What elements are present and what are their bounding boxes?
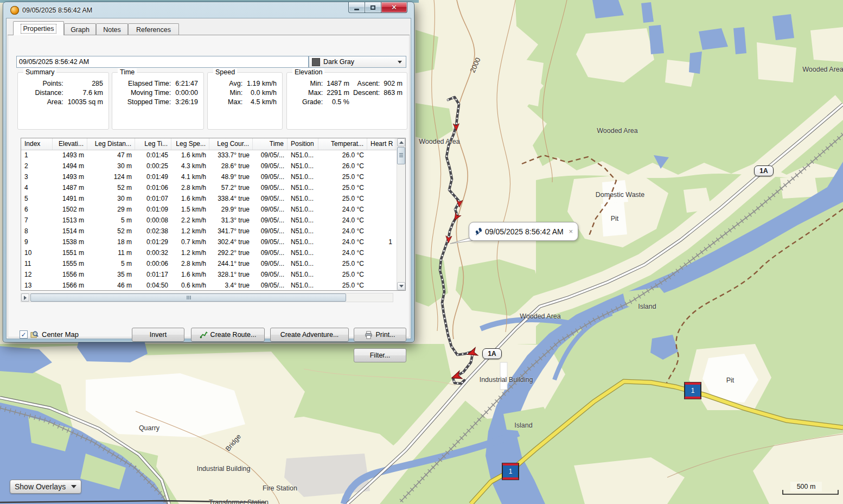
vertical-scroll-thumb[interactable]	[397, 147, 405, 164]
table-cell: 5 m	[87, 215, 135, 226]
table-cell: 328.1° true	[209, 269, 253, 280]
column-header[interactable]: Elevati...	[53, 138, 87, 150]
table-row[interactable]: 51491 m30 m0:01:071.6 km/h338.4° true09/…	[21, 193, 397, 204]
column-header[interactable]: Time	[253, 138, 288, 150]
table-cell: 09/05/...	[253, 161, 288, 171]
table-cell: 25.0 °C	[318, 258, 367, 269]
tab-properties[interactable]: Properties	[13, 21, 64, 35]
table-cell: 1502 m	[53, 204, 87, 215]
table-row[interactable]: 131566 m46 m0:04:500.6 km/h3.4° true09/0…	[21, 280, 397, 290]
table-cell: 0:01:09	[135, 204, 171, 215]
table-row[interactable]: 61502 m29 m0:01:091.5 km/h29.9° true09/0…	[21, 204, 397, 215]
table-cell	[367, 171, 395, 182]
table-cell: 25.0 °C	[318, 182, 367, 193]
table-row[interactable]: 111555 m5 m0:00:062.8 km/h244.1° true09/…	[21, 258, 397, 269]
table-cell	[367, 247, 395, 258]
table-row[interactable]: 31493 m124 m0:01:494.1 km/h48.9° true09/…	[21, 171, 397, 182]
window-titlebar[interactable]: 09/05/2025 8:56:42 AM ✕	[3, 2, 414, 18]
show-overlays-dropdown[interactable]: Show Overlays	[10, 480, 81, 494]
column-header[interactable]: Leg Spe...	[171, 138, 209, 150]
tab-references[interactable]: References	[128, 23, 179, 35]
table-cell: 25.0 °C	[318, 269, 367, 280]
table-cell: 09/05/...	[253, 215, 288, 226]
route-icon	[200, 331, 208, 339]
summary-group: Summary Points:285 Distance:7.6 km Area:…	[17, 72, 109, 130]
horizontal-scrollbar[interactable]	[21, 293, 393, 302]
table-row[interactable]: 21494 m30 m0:00:254.3 km/h28.6° true09/0…	[21, 161, 397, 171]
column-header[interactable]: Temperat...	[318, 138, 367, 150]
road-badge-1: 1	[685, 382, 701, 399]
track-points-table[interactable]: IndexElevati...Leg Distan...Leg Ti...Leg…	[21, 138, 406, 291]
table-cell: N51.0...	[288, 161, 318, 171]
minimize-button[interactable]	[348, 2, 365, 13]
window-body: PropertiesGraphNotesReferences Dark Gray…	[6, 18, 411, 339]
map-label: Island	[514, 422, 532, 429]
table-cell: 1551 m	[53, 247, 87, 258]
column-header[interactable]: Leg Ti...	[135, 138, 171, 150]
table-header[interactable]: IndexElevati...Leg Distan...Leg Ti...Leg…	[21, 138, 405, 150]
table-cell: 26.0 °C	[318, 161, 367, 171]
scroll-right-button[interactable]	[21, 294, 29, 302]
table-row[interactable]: 41487 m52 m0:01:062.8 km/h57.2° true09/0…	[21, 182, 397, 193]
table-row[interactable]: 101551 m11 m0:00:321.2 km/h292.2° true09…	[21, 247, 397, 258]
table-cell: 0:00:08	[135, 215, 171, 226]
table-cell: 1.2 km/h	[171, 247, 209, 258]
table-row[interactable]: 71513 m5 m0:00:082.2 km/h31.3° true09/05…	[21, 215, 397, 226]
column-header[interactable]: Position	[288, 138, 318, 150]
track-name-input[interactable]	[16, 56, 309, 68]
table-cell: 09/05/...	[253, 280, 288, 290]
table-cell: 30 m	[87, 193, 135, 204]
maximize-button[interactable]	[365, 2, 381, 13]
table-cell	[367, 226, 395, 237]
scroll-up-button[interactable]	[397, 138, 405, 146]
horizontal-scroll-thumb[interactable]	[30, 294, 346, 302]
table-cell: 09/05/...	[253, 193, 288, 204]
close-button[interactable]: ✕	[381, 2, 407, 13]
column-header[interactable]: Leg Distan...	[87, 138, 135, 150]
vertical-scrollbar[interactable]	[397, 138, 405, 290]
table-row[interactable]: 11493 m47 m0:01:451.6 km/h333.7° true09/…	[21, 150, 397, 161]
maximize-icon	[371, 5, 375, 10]
footprints-icon	[475, 227, 483, 235]
column-header[interactable]: Leg Cour...	[209, 138, 253, 150]
table-cell: 1491 m	[53, 193, 87, 204]
table-cell: 25.0 °C	[318, 171, 367, 182]
map-label: Wooded Area	[520, 312, 561, 320]
create-route-button[interactable]: Create Route...	[191, 328, 265, 342]
invert-button[interactable]: Invert	[132, 328, 184, 342]
table-cell: 09/05/...	[253, 237, 288, 247]
table-cell: 24.0 °C	[318, 247, 367, 258]
table-cell: 3.4° true	[209, 280, 253, 290]
table-cell: 11 m	[87, 247, 135, 258]
column-header[interactable]: Heart R	[367, 138, 395, 150]
table-cell: 28.6° true	[209, 161, 253, 171]
table-cell: 1493 m	[53, 171, 87, 182]
table-cell	[367, 258, 395, 269]
tab-graph[interactable]: Graph	[64, 23, 96, 35]
table-row[interactable]: 81514 m52 m0:02:381.2 km/h341.7° true09/…	[21, 226, 397, 237]
track-tooltip[interactable]: 09/05/2025 8:56:42 AM ×	[469, 222, 578, 241]
center-map-checkbox[interactable]: ✓	[20, 330, 28, 339]
table-cell	[367, 193, 395, 204]
track-color-select[interactable]: Dark Gray	[309, 56, 406, 68]
center-map-option[interactable]: ✓ Center Map	[20, 330, 79, 339]
scroll-down-button[interactable]	[397, 282, 405, 290]
create-adventure-button[interactable]: Create Adventure...	[270, 328, 349, 342]
tooltip-close-icon[interactable]: ×	[566, 227, 578, 235]
table-row[interactable]: 121556 m35 m0:01:171.6 km/h328.1° true09…	[21, 269, 397, 280]
column-header[interactable]: Index	[21, 138, 53, 150]
table-cell: 5	[21, 193, 53, 204]
print-button[interactable]: Print...	[354, 328, 406, 342]
table-cell: 1487 m	[53, 182, 87, 193]
table-cell: 48.9° true	[209, 171, 253, 182]
filter-button[interactable]: Filter...	[354, 348, 406, 362]
table-body[interactable]: 11493 m47 m0:01:451.6 km/h333.7° true09/…	[21, 150, 397, 290]
map-label: Island	[638, 303, 656, 310]
table-cell: 18 m	[87, 237, 135, 247]
table-cell: 4	[21, 182, 53, 193]
table-row[interactable]: 91538 m18 m0:01:290.7 km/h302.4° true09/…	[21, 237, 397, 247]
table-cell: 2.8 km/h	[171, 182, 209, 193]
time-title: Time	[118, 68, 137, 76]
tab-notes[interactable]: Notes	[96, 23, 128, 35]
table-cell	[367, 204, 395, 215]
